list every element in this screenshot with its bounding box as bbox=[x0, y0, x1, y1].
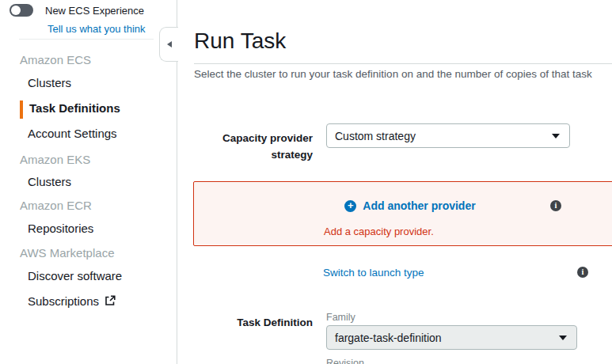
family-label: Family bbox=[326, 312, 355, 323]
section-header-aws-marketplace: AWS Marketplace bbox=[20, 246, 114, 260]
section-header-amazon-ecr: Amazon ECR bbox=[20, 199, 92, 212]
sidebar-collapse-button[interactable] bbox=[159, 27, 178, 62]
new-ecs-experience-toggle[interactable] bbox=[10, 4, 33, 17]
section-header-amazon-eks: Amazon EKS bbox=[20, 153, 90, 166]
page-title: Run Task bbox=[194, 28, 286, 54]
chevron-down-icon bbox=[559, 336, 567, 340]
add-provider-row: + Add another provider bbox=[194, 199, 612, 212]
revision-label: Revision bbox=[326, 358, 364, 364]
sidebar: New ECS Experience Tell us what you thin… bbox=[0, 0, 177, 364]
add-plus-icon: + bbox=[344, 200, 356, 212]
family-value: fargate-task-definition bbox=[335, 332, 442, 344]
capacity-provider-strategy-label: Capacity provider strategy bbox=[194, 130, 313, 163]
add-another-provider-button[interactable]: Add another provider bbox=[363, 199, 475, 212]
sidebar-divider bbox=[19, 39, 154, 40]
validation-message: Add a capacity provider. bbox=[324, 226, 434, 237]
page-subtitle: Select the cluster to run your task defi… bbox=[194, 68, 592, 80]
active-item-indicator bbox=[20, 100, 23, 119]
capacity-provider-strategy-select[interactable]: Custom strategy bbox=[326, 123, 570, 148]
new-ecs-experience-label: New ECS Experience bbox=[45, 5, 144, 17]
capacity-provider-error-panel: + Add another provider i Add a capacity … bbox=[193, 181, 612, 246]
family-select[interactable]: fargate-task-definition bbox=[326, 325, 577, 350]
sidebar-item-task-definitions[interactable]: Task Definitions bbox=[29, 101, 120, 115]
feedback-link[interactable]: Tell us what you think bbox=[48, 23, 146, 35]
switch-to-launch-type-link[interactable]: Switch to launch type bbox=[323, 267, 424, 279]
section-header-amazon-ecs: Amazon ECS bbox=[20, 53, 91, 66]
sidebar-item-repositories[interactable]: Repositories bbox=[28, 222, 93, 235]
capacity-provider-strategy-value: Custom strategy bbox=[335, 130, 416, 142]
sidebar-item-discover-software[interactable]: Discover software bbox=[28, 269, 122, 282]
collapse-arrow-icon bbox=[167, 41, 172, 47]
info-icon[interactable]: i bbox=[577, 267, 588, 278]
sidebar-item-eks-clusters[interactable]: Clusters bbox=[28, 175, 71, 188]
external-link-icon bbox=[105, 295, 116, 309]
title-divider bbox=[194, 63, 612, 64]
toggle-knob bbox=[11, 6, 21, 15]
info-icon[interactable]: i bbox=[550, 200, 561, 211]
sidebar-item-subscriptions[interactable]: Subscriptions bbox=[28, 294, 116, 309]
chevron-down-icon bbox=[552, 134, 560, 138]
sidebar-item-account-settings[interactable]: Account Settings bbox=[28, 127, 117, 140]
sidebar-item-ecs-clusters[interactable]: Clusters bbox=[28, 76, 71, 89]
task-definition-label: Task Definition bbox=[194, 314, 313, 331]
subscriptions-label: Subscriptions bbox=[28, 294, 99, 308]
ecs-run-task-page: { "colors": { "accent_orange": "#ec7211"… bbox=[0, 0, 612, 364]
